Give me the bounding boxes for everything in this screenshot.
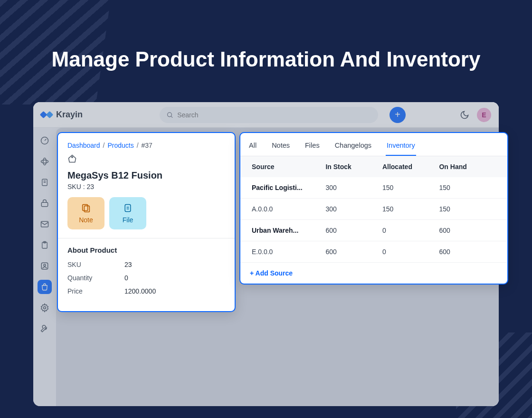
moon-icon (460, 110, 469, 120)
theme-toggle[interactable] (460, 110, 469, 120)
topbar: Krayin + E (33, 102, 499, 128)
sidebar-item-leads[interactable] (38, 154, 52, 169)
sidebar (33, 128, 56, 406)
brand[interactable]: Krayin (41, 110, 83, 120)
wrench-icon (40, 324, 49, 333)
cell-on-hand: 600 (439, 227, 496, 234)
product-title: MegaSys B12 Fusion (67, 170, 225, 181)
sidebar-item-settings[interactable] (38, 301, 52, 315)
table-row[interactable]: Pacific Logisti...300150150 (240, 177, 507, 199)
cell-allocated: 0 (382, 227, 439, 234)
brand-logo-icon (41, 112, 52, 117)
tab-all[interactable]: All (248, 139, 257, 156)
sidebar-item-config[interactable] (38, 322, 52, 336)
svg-rect-14 (84, 206, 89, 212)
cell-in-stock: 600 (325, 227, 382, 234)
table-row[interactable]: Urban Wareh...6000600 (240, 220, 507, 241)
svg-rect-15 (125, 205, 131, 212)
cell-on-hand: 150 (439, 184, 496, 191)
clipboard-icon (40, 240, 49, 250)
search-icon (166, 111, 173, 119)
tab-changelogs[interactable]: Changelogs (334, 139, 372, 156)
sidebar-item-dashboard[interactable] (38, 133, 52, 148)
breadcrumb-dashboard[interactable]: Dashboard (67, 142, 100, 149)
svg-rect-13 (83, 205, 88, 211)
notes-icon (81, 203, 91, 213)
cell-on-hand: 600 (439, 248, 496, 256)
detail-tabs: All Notes Files Changelogs Inventory (240, 133, 507, 156)
cell-source: Urban Wareh... (252, 227, 325, 234)
note-icon (40, 178, 49, 187)
search-box[interactable] (160, 107, 378, 123)
cell-in-stock: 600 (325, 248, 382, 256)
sidebar-item-activities[interactable] (38, 238, 52, 252)
svg-point-12 (72, 156, 73, 158)
col-in-stock: In Stock (325, 163, 382, 171)
atom-icon (40, 157, 49, 166)
cell-on-hand: 150 (439, 205, 496, 213)
sidebar-item-quotes[interactable] (38, 175, 52, 190)
about-product-heading: About Product (67, 246, 225, 254)
breadcrumb-products[interactable]: Products (107, 142, 133, 149)
avatar[interactable]: E (477, 108, 491, 122)
tab-files[interactable]: Files (304, 139, 321, 156)
cell-source: Pacific Logisti... (252, 184, 325, 191)
sidebar-item-products[interactable] (38, 280, 52, 294)
add-source-button[interactable]: + Add Source (240, 263, 507, 284)
lock-icon (40, 199, 49, 208)
inventory-card: All Notes Files Changelogs Inventory Sou… (239, 132, 508, 285)
cell-source: E.0.0.0 (252, 248, 325, 256)
gauge-icon (40, 136, 49, 145)
svg-point-10 (44, 264, 46, 266)
svg-line-1 (171, 116, 172, 117)
svg-point-2 (41, 160, 48, 163)
breadcrumb: Dashboard/ Products/ #37 (67, 142, 225, 149)
product-detail-card: Dashboard/ Products/ #37 MegaSys B12 Fus… (57, 132, 236, 312)
value-sku: 23 (124, 261, 132, 268)
bag-icon (40, 283, 49, 291)
search-input[interactable] (177, 111, 371, 119)
col-on-hand: On Hand (439, 163, 496, 171)
file-icon (123, 203, 133, 213)
product-sku-line: SKU : 23 (67, 183, 225, 190)
svg-point-0 (168, 112, 172, 116)
note-button[interactable]: Note (67, 197, 104, 229)
svg-point-3 (43, 158, 47, 165)
page-hero-title: Manage Product Information And Inventory (0, 0, 532, 71)
label-price: Price (67, 287, 124, 295)
tag-icon (67, 154, 77, 163)
gear-icon (40, 303, 49, 313)
add-button[interactable]: + (390, 107, 406, 123)
table-header: Source In Stock Allocated On Hand (240, 156, 507, 177)
value-price: 1200.0000 (124, 287, 156, 295)
table-row[interactable]: E.0.0.06000600 (240, 241, 507, 263)
tab-notes[interactable]: Notes (271, 139, 291, 156)
cell-source: A.0.0.0 (252, 205, 325, 213)
svg-point-11 (44, 307, 46, 309)
col-source: Source (252, 163, 325, 171)
cell-in-stock: 300 (325, 184, 382, 191)
sidebar-item-contacts[interactable] (38, 259, 52, 273)
cell-allocated: 0 (382, 248, 439, 256)
inventory-table: Source In Stock Allocated On Hand Pacifi… (240, 156, 507, 263)
label-quantity: Quantity (67, 274, 124, 282)
contact-icon (40, 261, 49, 271)
cell-in-stock: 300 (325, 205, 382, 213)
sidebar-item-mail[interactable] (38, 196, 52, 210)
cell-allocated: 150 (382, 205, 439, 213)
breadcrumb-current: #37 (142, 142, 152, 149)
table-row[interactable]: A.0.0.0300150150 (240, 199, 507, 220)
label-sku: SKU (67, 261, 124, 268)
cell-allocated: 150 (382, 184, 439, 191)
file-button[interactable]: File (109, 197, 146, 229)
envelope-icon (40, 219, 49, 229)
value-quantity: 0 (124, 274, 128, 282)
sidebar-item-inbox[interactable] (38, 217, 52, 231)
brand-name: Krayin (56, 110, 83, 120)
svg-rect-5 (41, 202, 48, 206)
tab-inventory[interactable]: Inventory (386, 139, 416, 156)
col-allocated: Allocated (382, 163, 439, 171)
